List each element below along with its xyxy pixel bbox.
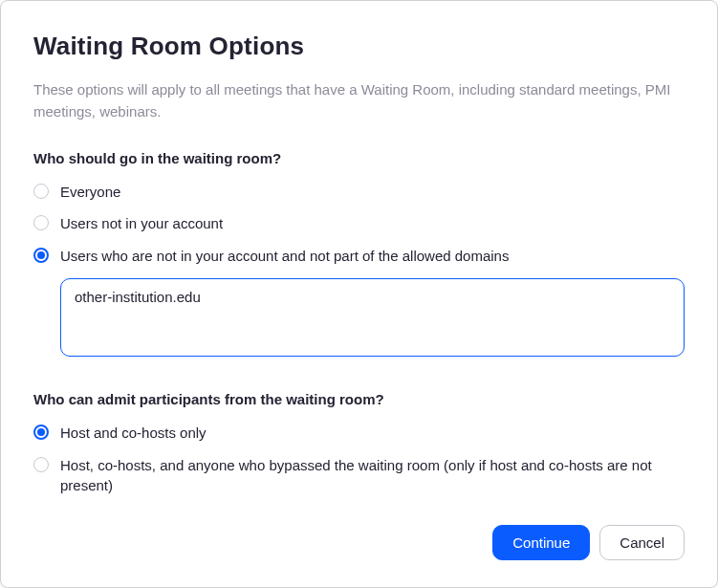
cancel-button[interactable]: Cancel	[599, 525, 685, 560]
dialog-title: Waiting Room Options	[33, 32, 685, 61]
radio-icon	[33, 215, 49, 230]
radio-label: Users who are not in your account and no…	[60, 246, 509, 267]
radio-label: Users not in your account	[60, 213, 223, 234]
who-can-admit-group: Host and co-hosts only Host, co-hosts, a…	[33, 423, 685, 496]
waiting-room-options-dialog: Waiting Room Options These options will …	[0, 0, 718, 588]
continue-button[interactable]: Continue	[492, 525, 590, 560]
domain-textarea-wrap	[60, 278, 685, 360]
who-can-admit-heading: Who can admit participants from the wait…	[33, 391, 685, 407]
radio-option-host-cohosts-only[interactable]: Host and co-hosts only	[33, 423, 685, 444]
radio-label: Everyone	[60, 182, 120, 203]
radio-icon	[33, 184, 49, 199]
radio-label: Host and co-hosts only	[60, 423, 207, 444]
allowed-domains-input[interactable]	[60, 278, 685, 357]
dialog-description: These options will apply to all meetings…	[33, 78, 685, 123]
radio-option-not-in-account-domains[interactable]: Users who are not in your account and no…	[33, 246, 685, 267]
who-should-go-group: Everyone Users not in your account Users…	[33, 182, 685, 364]
radio-icon	[33, 248, 49, 263]
radio-icon	[33, 457, 49, 472]
who-should-go-heading: Who should go in the waiting room?	[33, 150, 685, 166]
dialog-footer: Continue Cancel	[33, 525, 685, 560]
radio-label: Host, co-hosts, and anyone who bypassed …	[60, 455, 685, 497]
radio-option-bypassed[interactable]: Host, co-hosts, and anyone who bypassed …	[33, 455, 685, 497]
radio-option-everyone[interactable]: Everyone	[33, 182, 685, 203]
radio-icon	[33, 425, 49, 440]
radio-option-not-in-account[interactable]: Users not in your account	[33, 213, 685, 234]
